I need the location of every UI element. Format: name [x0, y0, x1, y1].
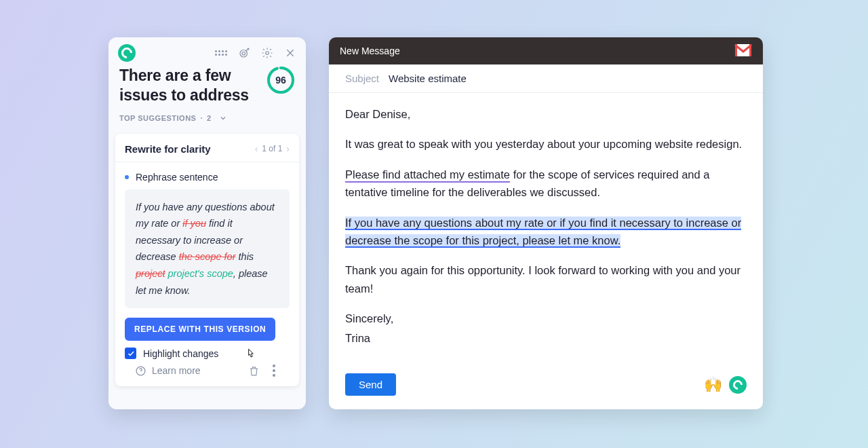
- settings-icon[interactable]: [261, 47, 273, 59]
- learn-more-link[interactable]: Learn more: [152, 365, 201, 376]
- drag-handle-icon[interactable]: [215, 47, 227, 59]
- svg-rect-7: [735, 44, 737, 56]
- score-value: 96: [267, 66, 295, 94]
- help-icon[interactable]: [134, 365, 146, 377]
- body-greeting: Dear Denise,: [345, 105, 747, 123]
- send-button[interactable]: Send: [345, 373, 396, 396]
- card-header: Rewrite for clarity ‹ 1 of 1 ›: [115, 134, 299, 162]
- subject-row[interactable]: Subject Website estimate: [329, 64, 763, 93]
- pager-text: 1 of 1: [262, 144, 282, 153]
- email-footer: Send 🙌: [329, 369, 763, 409]
- svg-point-2: [266, 52, 269, 55]
- trash-icon[interactable]: [248, 365, 260, 377]
- grammarly-sidebar: There are a fewissues to address 96 TOP …: [108, 37, 306, 409]
- subject-value: Website estimate: [389, 73, 467, 84]
- performance-score[interactable]: 96: [267, 66, 295, 94]
- sidebar-header: There are a fewissues to address 96: [108, 62, 306, 105]
- checkbox-icon[interactable]: [125, 348, 136, 359]
- suggestion-type: Rephrase sentence: [125, 172, 290, 183]
- highlight-changes-row[interactable]: Highlight changes: [125, 348, 290, 359]
- grammarly-logo-icon: [118, 44, 136, 62]
- diff-preview: If you have any questions about my rate …: [125, 189, 290, 309]
- next-icon[interactable]: ›: [286, 144, 290, 153]
- email-titlebar: New Message: [329, 37, 763, 64]
- window-title: New Message: [340, 45, 400, 56]
- card-title: Rewrite for clarity: [125, 143, 211, 155]
- email-composer: New Message Subject Website estimate Dea…: [329, 37, 763, 409]
- highlight-label: Highlight changes: [143, 348, 218, 359]
- sidebar-title: There are a fewissues to address: [119, 66, 249, 105]
- email-body[interactable]: Dear Denise, It was great to speak with …: [329, 93, 763, 369]
- body-closing: Sincerely,: [345, 310, 747, 327]
- top-suggestions-header[interactable]: TOP SUGGESTIONS · 2: [108, 105, 306, 128]
- cursor-pointer-icon: [244, 345, 258, 362]
- sidebar-toolbar: [108, 37, 306, 62]
- body-signature: Trina: [345, 329, 747, 347]
- goals-icon[interactable]: [238, 47, 250, 59]
- subject-label: Subject: [345, 73, 379, 84]
- close-icon[interactable]: [284, 47, 296, 59]
- grammarly-status-icon[interactable]: [729, 376, 747, 394]
- tone-emoji-icon[interactable]: 🙌: [704, 376, 722, 394]
- card-pager: ‹ 1 of 1 ›: [255, 144, 290, 153]
- body-paragraph: It was great to speak with you yesterday…: [345, 135, 747, 153]
- body-paragraph: Please find attached my estimate for the…: [345, 166, 747, 202]
- gmail-icon: [734, 43, 752, 59]
- more-options-icon[interactable]: [268, 365, 280, 377]
- replace-button[interactable]: REPLACE WITH THIS VERSION: [125, 318, 275, 341]
- svg-rect-8: [749, 44, 751, 56]
- body-paragraph: Thank you again for this opportunity. I …: [345, 261, 747, 297]
- svg-point-1: [242, 52, 245, 56]
- suggestion-card: Rewrite for clarity ‹ 1 of 1 › Rephrase …: [115, 134, 299, 387]
- chevron-down-icon: [217, 112, 229, 124]
- prev-icon[interactable]: ‹: [255, 144, 258, 153]
- body-paragraph-highlighted: If you have any questions about my rate …: [345, 214, 747, 250]
